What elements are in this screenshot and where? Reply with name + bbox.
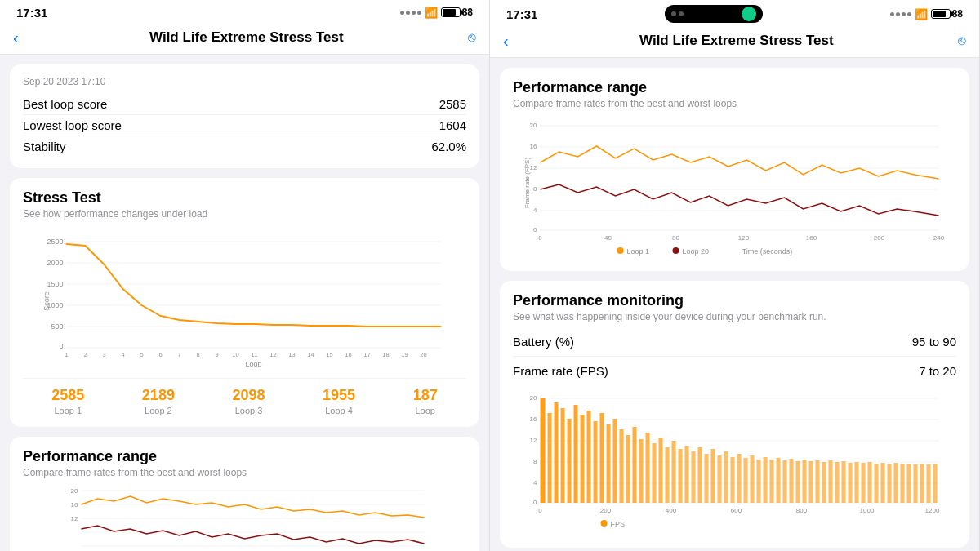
loop-5-label: Loop xyxy=(415,406,434,415)
svg-text:20: 20 xyxy=(530,122,537,129)
svg-text:9: 9 xyxy=(215,351,218,358)
svg-text:15: 15 xyxy=(326,351,332,358)
right-battery-icon: 88 xyxy=(931,8,963,20)
left-status-icons: 📶 88 xyxy=(400,7,473,19)
stress-test-card: Stress Test See how performance changes … xyxy=(10,178,479,427)
svg-rect-128 xyxy=(862,463,866,503)
stress-test-chart: 2500 2000 1500 1000 500 0 Score xyxy=(23,228,466,370)
right-share-button[interactable]: ⎋ xyxy=(958,33,966,48)
perf-monitoring-subtitle: See what was happening inside your devic… xyxy=(513,311,956,322)
svg-text:20: 20 xyxy=(530,394,537,402)
svg-text:Frame rate (FPS): Frame rate (FPS) xyxy=(523,158,531,209)
svg-text:18: 18 xyxy=(382,351,389,358)
svg-rect-126 xyxy=(849,463,853,503)
right-status-bar: 17:31 📶 88 xyxy=(490,0,979,26)
svg-text:Score: Score xyxy=(42,291,51,311)
svg-rect-122 xyxy=(822,462,826,503)
svg-text:0: 0 xyxy=(538,234,542,242)
svg-rect-88 xyxy=(600,413,604,503)
svg-text:600: 600 xyxy=(731,507,742,514)
svg-text:16: 16 xyxy=(530,143,537,150)
svg-text:400: 400 xyxy=(666,507,677,514)
right-status-icons: 📶 88 xyxy=(890,8,963,20)
svg-text:160: 160 xyxy=(806,234,817,242)
best-loop-row: Best loop score 2585 xyxy=(23,94,466,115)
svg-text:FPS: FPS xyxy=(611,520,626,528)
loop-2-value: 2189 xyxy=(142,387,175,404)
svg-rect-138 xyxy=(927,464,931,503)
di-right xyxy=(742,7,756,21)
svg-point-62 xyxy=(617,247,624,254)
svg-text:200: 200 xyxy=(600,507,612,514)
svg-rect-92 xyxy=(626,435,630,503)
svg-rect-115 xyxy=(777,458,781,503)
svg-text:10: 10 xyxy=(232,351,238,358)
svg-rect-112 xyxy=(757,460,761,503)
left-scroll-content[interactable]: Sep 20 2023 17:10 Best loop score 2585 L… xyxy=(0,55,489,551)
svg-text:12: 12 xyxy=(71,515,78,522)
fps-chart: 20 16 12 8 4 0 xyxy=(513,390,956,536)
svg-text:500: 500 xyxy=(51,322,63,331)
svg-rect-95 xyxy=(646,433,650,503)
svg-rect-116 xyxy=(783,460,787,503)
perf-range-card-right: Performance range Compare frame rates fr… xyxy=(500,68,969,271)
stability-row: Stability 62.0% xyxy=(23,136,466,157)
svg-text:4: 4 xyxy=(533,479,537,487)
lowest-loop-row: Lowest loop score 1604 xyxy=(23,115,466,136)
svg-rect-113 xyxy=(764,457,768,503)
right-back-button[interactable]: ‹ xyxy=(503,33,509,49)
battery-icon: 88 xyxy=(441,7,473,18)
svg-rect-86 xyxy=(587,411,591,503)
svg-text:12: 12 xyxy=(530,164,537,171)
loop-5-value: 187 xyxy=(413,387,438,404)
best-loop-value: 2585 xyxy=(439,97,466,111)
loop-3-value: 2098 xyxy=(232,387,265,404)
svg-rect-120 xyxy=(809,461,813,503)
svg-text:20: 20 xyxy=(420,351,426,358)
svg-rect-89 xyxy=(607,424,611,503)
divider xyxy=(513,356,956,357)
svg-text:12: 12 xyxy=(270,351,276,358)
svg-text:0: 0 xyxy=(538,507,542,514)
svg-text:16: 16 xyxy=(345,351,351,358)
signal-icon xyxy=(400,11,421,15)
svg-rect-97 xyxy=(659,438,663,503)
svg-text:Time (seconds): Time (seconds) xyxy=(742,247,793,256)
svg-text:11: 11 xyxy=(251,351,257,358)
svg-text:2500: 2500 xyxy=(47,238,63,246)
svg-rect-136 xyxy=(914,464,918,503)
left-back-button[interactable]: ‹ xyxy=(13,29,19,46)
svg-rect-137 xyxy=(920,464,924,503)
svg-rect-87 xyxy=(594,421,598,503)
perf-range-title-left: Performance range xyxy=(23,448,466,465)
svg-rect-130 xyxy=(875,464,879,503)
loop-scores-row: 2585 Loop 1 2189 Loop 2 2098 Loop 3 1955… xyxy=(23,378,466,415)
svg-text:0: 0 xyxy=(533,226,537,233)
perf-range-chart-left: 20 16 12 xyxy=(23,487,466,551)
framerate-stat-row: Frame rate (FPS) 7 to 20 xyxy=(513,360,956,382)
svg-text:14: 14 xyxy=(307,351,314,358)
lowest-loop-value: 1604 xyxy=(439,118,466,132)
wifi-icon: 📶 xyxy=(425,7,438,19)
left-share-button[interactable]: ⎋ xyxy=(468,30,476,45)
svg-text:2: 2 xyxy=(83,351,87,358)
loop-3-score: 2098 Loop 3 xyxy=(232,387,265,415)
svg-rect-131 xyxy=(881,463,885,503)
svg-rect-82 xyxy=(561,408,565,503)
svg-text:17: 17 xyxy=(363,351,370,358)
framerate-stat-label: Frame rate (FPS) xyxy=(513,364,608,378)
stress-test-title: Stress Test xyxy=(23,189,466,207)
loop-1-value: 2585 xyxy=(51,387,84,404)
svg-text:1200: 1200 xyxy=(925,507,940,514)
svg-text:8: 8 xyxy=(533,185,537,193)
battery-label: 88 xyxy=(462,7,473,18)
perf-monitoring-title: Performance monitoring xyxy=(513,292,956,309)
svg-rect-102 xyxy=(692,451,696,503)
battery-stat-label: Battery (%) xyxy=(513,335,574,349)
stats-card: Sep 20 2023 17:10 Best loop score 2585 L… xyxy=(10,64,479,168)
svg-text:5: 5 xyxy=(140,351,143,358)
perf-range-chart-right: 20 16 12 8 4 0 Frame rate (FPS) xyxy=(513,118,956,260)
right-scroll-content[interactable]: Performance range Compare frame rates fr… xyxy=(490,58,979,551)
svg-rect-135 xyxy=(907,464,911,503)
svg-rect-107 xyxy=(724,451,728,503)
